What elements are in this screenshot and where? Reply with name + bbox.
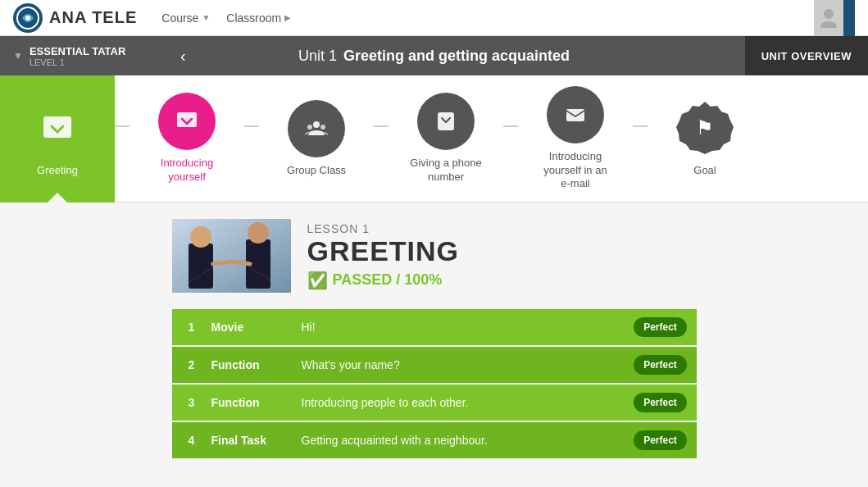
svg-point-5: [313, 121, 320, 128]
phone-label: Giving a phonenumber: [407, 157, 484, 184]
cell-desc: What's your name?: [302, 358, 631, 371]
svg-point-16: [248, 222, 269, 244]
cell-type: Final Task: [211, 434, 302, 447]
goal-badge-wrapper: ⚑: [676, 100, 734, 157]
table-row[interactable]: 4 Final Task Getting acquainted with a n…: [172, 422, 697, 458]
unit-overview-button[interactable]: UNIT OVERVIEW: [745, 36, 868, 75]
perfect-button[interactable]: Perfect: [634, 317, 687, 337]
logo-icon: [13, 3, 43, 33]
lesson-path: Greeting Introducingyourself Grou: [0, 75, 868, 203]
brand-name: ANA TELE: [49, 8, 137, 27]
lesson-header: LESSON 1 GREETING ✅ PASSED / 100%: [172, 219, 697, 293]
cell-type: Movie: [211, 321, 302, 334]
course-label: Course: [161, 11, 198, 25]
perfect-button[interactable]: Perfect: [634, 393, 687, 412]
lesson-item-introducing[interactable]: Introducingyourself: [130, 75, 244, 203]
group-class-label: Group Class: [284, 164, 349, 178]
email-label: Introducingyourself in ane-mail: [540, 150, 610, 192]
passed-badge: ✅ PASSED / 100%: [307, 271, 460, 290]
active-indicator: [48, 193, 67, 203]
check-icon: ✅: [307, 271, 328, 290]
classroom-label: Classroom: [226, 11, 281, 25]
course-info: ESSENTIAL TATAR LEVEL 1: [30, 45, 125, 67]
cell-num: 3: [172, 396, 211, 409]
level-label: LEVEL 1: [30, 57, 125, 67]
unit-bar-left: ▼ ESSENTIAL TATAR LEVEL 1: [13, 45, 125, 67]
top-nav: ANA TELE Course ▼ Classroom ▶: [0, 0, 868, 36]
classroom-nav[interactable]: Classroom ▶: [226, 11, 291, 25]
connector-2: [244, 125, 259, 127]
unit-bar: ▼ ESSENTIAL TATAR LEVEL 1 ‹ Unit 1 Greet…: [0, 36, 868, 75]
cell-num: 1: [172, 321, 211, 334]
introducing-icon: [158, 93, 216, 150]
cell-desc: Hi!: [302, 321, 631, 334]
table-row[interactable]: 3 Function Introducing people to each ot…: [172, 385, 697, 421]
course-arrow: ▼: [202, 13, 210, 22]
lesson-number: LESSON 1: [307, 222, 460, 235]
cell-num: 4: [172, 434, 211, 447]
perfect-button[interactable]: Perfect: [634, 430, 687, 450]
main-content: LESSON 1 GREETING ✅ PASSED / 100% 1 Movi…: [0, 203, 868, 476]
cell-badge: Perfect: [631, 393, 697, 412]
svg-rect-9: [566, 109, 584, 121]
course-title: ESSENTIAL TATAR: [30, 45, 125, 57]
svg-rect-3: [43, 116, 71, 138]
classroom-arrow: ▶: [284, 13, 291, 22]
lesson-item-group-class[interactable]: Group Class: [259, 75, 374, 203]
lesson-table: 1 Movie Hi! Perfect 2 Function What's yo…: [172, 309, 697, 460]
cell-type: Function: [211, 396, 302, 409]
introducing-label: Introducingyourself: [157, 157, 216, 184]
svg-point-2: [824, 9, 834, 19]
lesson-item-goal[interactable]: ⚑ Goal: [648, 75, 762, 203]
nav-links: Course ▼ Classroom ▶: [161, 11, 814, 25]
unit-name: Greeting and getting acquainted: [343, 48, 570, 65]
connector-1: [115, 125, 130, 127]
table-row[interactable]: 2 Function What's your name? Perfect: [172, 347, 697, 383]
cell-type: Function: [211, 358, 302, 371]
connector-4: [503, 125, 518, 127]
goal-label: Goal: [690, 164, 719, 178]
lesson-title-area: LESSON 1 GREETING ✅ PASSED / 100%: [307, 222, 460, 290]
svg-rect-13: [189, 244, 213, 289]
table-row[interactable]: 1 Movie Hi! Perfect: [172, 309, 697, 345]
user-avatar[interactable]: [814, 0, 843, 36]
lesson-image: [172, 219, 291, 293]
email-icon: [547, 86, 604, 143]
greeting-label: Greeting: [34, 164, 81, 178]
course-nav[interactable]: Course ▼: [161, 11, 210, 25]
lesson-item-email[interactable]: Introducingyourself in ane-mail: [518, 75, 633, 203]
cell-badge: Perfect: [631, 430, 697, 450]
passed-text: PASSED / 100%: [333, 271, 443, 289]
svg-point-6: [307, 125, 312, 130]
connector-3: [374, 125, 389, 127]
connector-5: [633, 125, 648, 127]
lesson-item-greeting[interactable]: Greeting: [0, 75, 115, 203]
unit-number: Unit 1: [298, 48, 337, 65]
phone-icon: [417, 93, 475, 150]
cell-badge: Perfect: [631, 317, 697, 337]
logo-area: ANA TELE: [13, 3, 137, 33]
group-class-icon: [288, 100, 345, 157]
nav-right: [814, 0, 855, 36]
goal-badge-svg: ⚑: [676, 100, 734, 157]
svg-point-1: [25, 16, 30, 20]
unit-title-area: Unit 1 Greeting and getting acquainted: [298, 48, 570, 65]
cell-badge: Perfect: [631, 355, 697, 375]
lesson-title: GREETING: [307, 235, 460, 267]
greeting-icon: [29, 100, 86, 157]
cell-desc: Introducing people to each other.: [302, 396, 631, 409]
svg-point-7: [320, 125, 325, 130]
cell-num: 2: [172, 358, 211, 371]
unit-dropdown-arrow[interactable]: ▼: [13, 50, 23, 61]
lesson-item-phone[interactable]: Giving a phonenumber: [389, 75, 503, 203]
nav-blue-bar: [843, 0, 855, 36]
unit-prev-button[interactable]: ‹: [180, 47, 186, 66]
cell-desc: Getting acquainted with a neighbour.: [302, 434, 631, 447]
svg-text:⚑: ⚑: [696, 116, 714, 139]
perfect-button[interactable]: Perfect: [634, 355, 687, 375]
